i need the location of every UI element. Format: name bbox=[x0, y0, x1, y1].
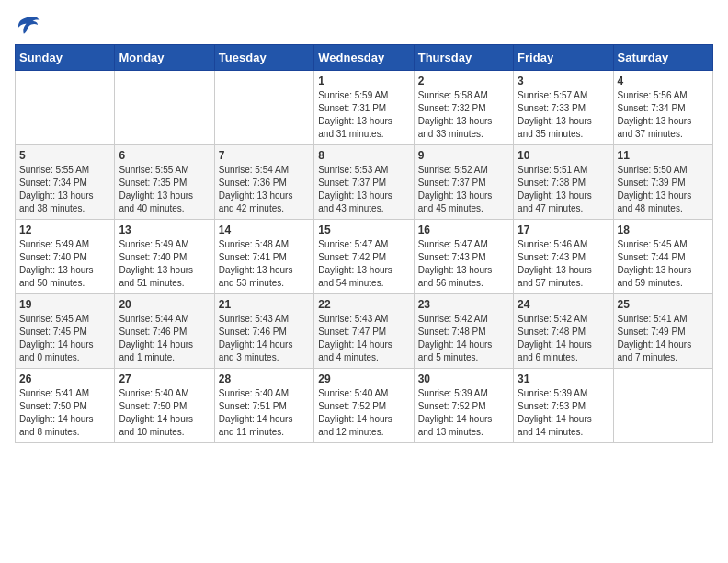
day-number: 19 bbox=[19, 298, 110, 311]
day-cell-10: 10Sunrise: 5:51 AM Sunset: 7:38 PM Dayli… bbox=[514, 145, 613, 220]
day-number: 30 bbox=[418, 373, 509, 385]
day-number: 26 bbox=[19, 373, 110, 385]
day-number: 10 bbox=[518, 149, 609, 162]
day-number: 16 bbox=[418, 224, 509, 236]
empty-cell bbox=[214, 71, 313, 145]
day-info: Sunrise: 5:56 AM Sunset: 7:34 PM Dayligh… bbox=[618, 89, 709, 141]
day-cell-26: 26Sunrise: 5:41 AM Sunset: 7:50 PM Dayli… bbox=[16, 369, 115, 443]
day-info: Sunrise: 5:55 AM Sunset: 7:34 PM Dayligh… bbox=[19, 164, 110, 215]
day-info: Sunrise: 5:43 AM Sunset: 7:46 PM Dayligh… bbox=[219, 313, 310, 364]
week-row-5: 26Sunrise: 5:41 AM Sunset: 7:50 PM Dayli… bbox=[16, 369, 713, 443]
day-number: 12 bbox=[19, 224, 110, 236]
day-info: Sunrise: 5:57 AM Sunset: 7:33 PM Dayligh… bbox=[518, 89, 609, 141]
day-info: Sunrise: 5:45 AM Sunset: 7:44 PM Dayligh… bbox=[618, 238, 709, 290]
day-number: 1 bbox=[318, 75, 409, 87]
day-info: Sunrise: 5:41 AM Sunset: 7:50 PM Dayligh… bbox=[19, 387, 110, 439]
calendar-body: 1Sunrise: 5:59 AM Sunset: 7:31 PM Daylig… bbox=[16, 71, 713, 443]
day-header-sunday: Sunday bbox=[16, 45, 115, 71]
day-info: Sunrise: 5:49 AM Sunset: 7:40 PM Dayligh… bbox=[119, 238, 210, 290]
day-info: Sunrise: 5:42 AM Sunset: 7:48 PM Dayligh… bbox=[518, 313, 609, 364]
day-number: 15 bbox=[318, 224, 409, 236]
day-cell-19: 19Sunrise: 5:45 AM Sunset: 7:45 PM Dayli… bbox=[16, 294, 115, 369]
day-header-tuesday: Tuesday bbox=[214, 45, 313, 71]
day-info: Sunrise: 5:42 AM Sunset: 7:48 PM Dayligh… bbox=[418, 313, 509, 364]
day-number: 25 bbox=[618, 298, 709, 311]
day-number: 17 bbox=[518, 224, 609, 236]
empty-cell bbox=[115, 71, 214, 145]
day-info: Sunrise: 5:58 AM Sunset: 7:32 PM Dayligh… bbox=[418, 89, 509, 141]
day-info: Sunrise: 5:39 AM Sunset: 7:52 PM Dayligh… bbox=[418, 387, 509, 439]
day-cell-2: 2Sunrise: 5:58 AM Sunset: 7:32 PM Daylig… bbox=[414, 71, 513, 145]
day-number: 4 bbox=[618, 75, 709, 87]
day-info: Sunrise: 5:45 AM Sunset: 7:45 PM Dayligh… bbox=[19, 313, 110, 364]
day-info: Sunrise: 5:48 AM Sunset: 7:41 PM Dayligh… bbox=[219, 238, 310, 290]
week-row-1: 1Sunrise: 5:59 AM Sunset: 7:31 PM Daylig… bbox=[16, 71, 713, 145]
header-row: SundayMondayTuesdayWednesdayThursdayFrid… bbox=[16, 45, 713, 71]
day-header-thursday: Thursday bbox=[414, 45, 513, 71]
day-cell-24: 24Sunrise: 5:42 AM Sunset: 7:48 PM Dayli… bbox=[514, 294, 613, 369]
day-number: 23 bbox=[418, 298, 509, 311]
day-info: Sunrise: 5:41 AM Sunset: 7:49 PM Dayligh… bbox=[618, 313, 709, 364]
day-info: Sunrise: 5:44 AM Sunset: 7:46 PM Dayligh… bbox=[119, 313, 210, 364]
day-number: 21 bbox=[219, 298, 310, 311]
empty-cell bbox=[16, 71, 115, 145]
day-number: 6 bbox=[119, 149, 210, 162]
day-header-wednesday: Wednesday bbox=[314, 45, 414, 71]
day-info: Sunrise: 5:40 AM Sunset: 7:51 PM Dayligh… bbox=[219, 387, 310, 439]
day-cell-20: 20Sunrise: 5:44 AM Sunset: 7:46 PM Dayli… bbox=[115, 294, 214, 369]
logo-bird-icon bbox=[15, 15, 40, 35]
logo bbox=[15, 15, 44, 35]
calendar-header: SundayMondayTuesdayWednesdayThursdayFrid… bbox=[16, 45, 713, 71]
day-header-monday: Monday bbox=[115, 45, 214, 71]
day-header-saturday: Saturday bbox=[613, 45, 712, 71]
day-info: Sunrise: 5:52 AM Sunset: 7:37 PM Dayligh… bbox=[418, 164, 509, 215]
day-number: 8 bbox=[318, 149, 409, 162]
empty-cell bbox=[613, 369, 712, 443]
day-info: Sunrise: 5:50 AM Sunset: 7:39 PM Dayligh… bbox=[618, 164, 709, 215]
day-cell-21: 21Sunrise: 5:43 AM Sunset: 7:46 PM Dayli… bbox=[214, 294, 313, 369]
day-info: Sunrise: 5:59 AM Sunset: 7:31 PM Dayligh… bbox=[318, 89, 409, 141]
calendar-table: SundayMondayTuesdayWednesdayThursdayFrid… bbox=[15, 44, 713, 443]
day-number: 28 bbox=[219, 373, 310, 385]
day-cell-29: 29Sunrise: 5:40 AM Sunset: 7:52 PM Dayli… bbox=[314, 369, 414, 443]
day-info: Sunrise: 5:54 AM Sunset: 7:36 PM Dayligh… bbox=[219, 164, 310, 215]
day-cell-13: 13Sunrise: 5:49 AM Sunset: 7:40 PM Dayli… bbox=[115, 220, 214, 294]
day-number: 3 bbox=[518, 75, 609, 87]
day-cell-16: 16Sunrise: 5:47 AM Sunset: 7:43 PM Dayli… bbox=[414, 220, 513, 294]
day-cell-23: 23Sunrise: 5:42 AM Sunset: 7:48 PM Dayli… bbox=[414, 294, 513, 369]
day-cell-31: 31Sunrise: 5:39 AM Sunset: 7:53 PM Dayli… bbox=[514, 369, 613, 443]
day-info: Sunrise: 5:46 AM Sunset: 7:43 PM Dayligh… bbox=[518, 238, 609, 290]
day-cell-4: 4Sunrise: 5:56 AM Sunset: 7:34 PM Daylig… bbox=[613, 71, 712, 145]
day-cell-18: 18Sunrise: 5:45 AM Sunset: 7:44 PM Dayli… bbox=[613, 220, 712, 294]
day-cell-5: 5Sunrise: 5:55 AM Sunset: 7:34 PM Daylig… bbox=[16, 145, 115, 220]
day-cell-12: 12Sunrise: 5:49 AM Sunset: 7:40 PM Dayli… bbox=[16, 220, 115, 294]
day-number: 7 bbox=[219, 149, 310, 162]
day-cell-25: 25Sunrise: 5:41 AM Sunset: 7:49 PM Dayli… bbox=[613, 294, 712, 369]
day-number: 2 bbox=[418, 75, 509, 87]
day-info: Sunrise: 5:43 AM Sunset: 7:47 PM Dayligh… bbox=[318, 313, 409, 364]
day-number: 5 bbox=[19, 149, 110, 162]
day-number: 13 bbox=[119, 224, 210, 236]
day-cell-28: 28Sunrise: 5:40 AM Sunset: 7:51 PM Dayli… bbox=[214, 369, 313, 443]
day-cell-15: 15Sunrise: 5:47 AM Sunset: 7:42 PM Dayli… bbox=[314, 220, 414, 294]
day-cell-8: 8Sunrise: 5:53 AM Sunset: 7:37 PM Daylig… bbox=[314, 145, 414, 220]
page-header bbox=[15, 15, 713, 35]
day-info: Sunrise: 5:53 AM Sunset: 7:37 PM Dayligh… bbox=[318, 164, 409, 215]
day-cell-7: 7Sunrise: 5:54 AM Sunset: 7:36 PM Daylig… bbox=[214, 145, 313, 220]
day-number: 11 bbox=[618, 149, 709, 162]
day-cell-6: 6Sunrise: 5:55 AM Sunset: 7:35 PM Daylig… bbox=[115, 145, 214, 220]
day-number: 20 bbox=[119, 298, 210, 311]
day-number: 18 bbox=[618, 224, 709, 236]
day-cell-14: 14Sunrise: 5:48 AM Sunset: 7:41 PM Dayli… bbox=[214, 220, 313, 294]
day-number: 14 bbox=[219, 224, 310, 236]
day-cell-27: 27Sunrise: 5:40 AM Sunset: 7:50 PM Dayli… bbox=[115, 369, 214, 443]
day-cell-17: 17Sunrise: 5:46 AM Sunset: 7:43 PM Dayli… bbox=[514, 220, 613, 294]
day-cell-9: 9Sunrise: 5:52 AM Sunset: 7:37 PM Daylig… bbox=[414, 145, 513, 220]
week-row-2: 5Sunrise: 5:55 AM Sunset: 7:34 PM Daylig… bbox=[16, 145, 713, 220]
day-cell-30: 30Sunrise: 5:39 AM Sunset: 7:52 PM Dayli… bbox=[414, 369, 513, 443]
day-info: Sunrise: 5:39 AM Sunset: 7:53 PM Dayligh… bbox=[518, 387, 609, 439]
day-cell-1: 1Sunrise: 5:59 AM Sunset: 7:31 PM Daylig… bbox=[314, 71, 414, 145]
day-info: Sunrise: 5:40 AM Sunset: 7:52 PM Dayligh… bbox=[318, 387, 409, 439]
day-info: Sunrise: 5:51 AM Sunset: 7:38 PM Dayligh… bbox=[518, 164, 609, 215]
day-number: 29 bbox=[318, 373, 409, 385]
